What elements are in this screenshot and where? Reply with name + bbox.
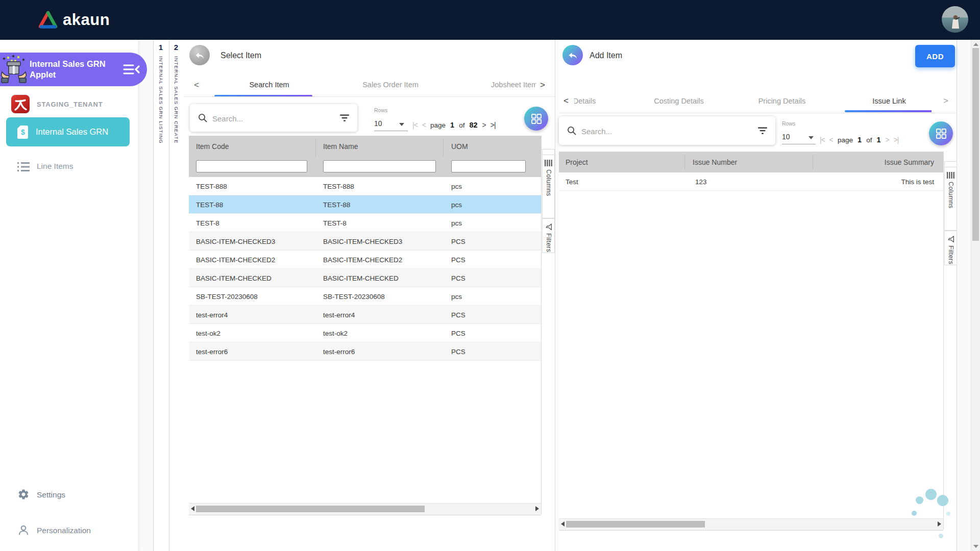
table-row[interactable]: BASIC-ITEM-CHECKEDBASIC-ITEM-CHECKEDPCS	[189, 269, 541, 287]
filters-side-tab[interactable]: Filters	[944, 231, 957, 265]
table-row[interactable]: TEST-8TEST-8pcs	[189, 214, 541, 232]
user-avatar[interactable]	[942, 6, 968, 33]
filter-list-icon[interactable]	[757, 127, 768, 135]
rows-per-page-value[interactable]: 10	[374, 119, 382, 128]
last-page-icon[interactable]: >|	[491, 121, 496, 129]
table-row[interactable]: test-error4test-error4PCS	[189, 306, 541, 324]
table-row[interactable]: BASIC-ITEM-CHECKED3BASIC-ITEM-CHECKED3PC…	[189, 232, 541, 251]
table-row[interactable]: TEST-888TEST-888pcs	[189, 177, 541, 195]
table-row[interactable]: TEST-88TEST-88pcs	[189, 195, 541, 214]
workspace-tab-1[interactable]: 1	[153, 43, 168, 52]
next-page-icon[interactable]: >	[885, 136, 889, 144]
column-header[interactable]: Item Name	[323, 142, 358, 151]
search-icon	[567, 126, 577, 136]
item-table-hscrollbar[interactable]	[189, 503, 541, 515]
scroll-up-icon[interactable]	[973, 43, 978, 46]
cell: TEST-88	[323, 201, 350, 208]
hscroll-thumb[interactable]	[566, 521, 705, 528]
cell: SB-TEST-20230608	[196, 292, 258, 300]
rows-dropdown-caret-icon[interactable]	[808, 136, 814, 139]
next-page-icon[interactable]: >	[482, 121, 486, 129]
columns-icon	[947, 172, 954, 179]
last-page-icon[interactable]: >|	[894, 136, 899, 144]
sidebar-item-settings[interactable]: Settings	[37, 490, 65, 499]
column-header[interactable]: Issue Number	[693, 158, 737, 166]
grid-view-button[interactable]	[524, 107, 548, 131]
top-bar: akaun	[0, 0, 980, 40]
sidebar-item-internal-sales-grn[interactable]: $ Internal Sales GRN	[6, 117, 130, 146]
column-header[interactable]: UOM	[451, 142, 468, 151]
akaun-logo[interactable]: akaun	[38, 9, 110, 31]
add-button[interactable]: ADD	[915, 45, 955, 67]
column-filter-input[interactable]	[196, 160, 307, 172]
tabs-scroll-left-icon[interactable]: <	[194, 80, 199, 90]
columns-side-tab[interactable]: Columns	[542, 155, 555, 218]
search-input[interactable]	[580, 117, 717, 145]
rows-per-page-value[interactable]: 10	[782, 133, 790, 141]
cell: Test	[566, 178, 578, 185]
tabs-scroll-left-icon[interactable]: <	[564, 96, 569, 106]
column-divider[interactable]	[813, 155, 813, 169]
columns-side-tab[interactable]: Columns	[944, 167, 957, 231]
rows-dropdown-caret-icon[interactable]	[399, 123, 404, 126]
workspace-tab-2[interactable]: 2	[168, 43, 184, 52]
tab-details[interactable]: Details	[574, 97, 601, 105]
cell: pcs	[451, 292, 462, 300]
back-button[interactable]	[189, 45, 210, 65]
akaun-triangle-icon	[38, 11, 58, 29]
workspace-tab-2-label[interactable]: INTERNAL SALES GRN CREATE	[168, 56, 184, 144]
first-page-icon[interactable]: |<	[412, 121, 418, 129]
search-input[interactable]	[211, 105, 317, 132]
tab-issue-link[interactable]: Issue Link	[851, 97, 927, 105]
issue-table-hscrollbar[interactable]	[559, 518, 943, 531]
table-row[interactable]: BASIC-ITEM-CHECKED2BASIC-ITEM-CHECKED2PC…	[189, 251, 541, 269]
cell: PCS	[451, 256, 465, 263]
table-row[interactable]: test-error6test-error6PCS	[189, 342, 541, 361]
tab-pricing-details[interactable]: Pricing Details	[744, 97, 820, 105]
cell: TEST-888	[323, 182, 354, 190]
scroll-left-icon[interactable]	[561, 521, 565, 527]
cell: BASIC-ITEM-CHECKED2	[323, 256, 402, 263]
filter-list-icon[interactable]	[339, 114, 350, 122]
tabs-scroll-right-icon[interactable]: >	[943, 96, 948, 106]
applet-header[interactable]: Internal Sales GRN Applet	[0, 53, 147, 86]
tabs-scroll-right-icon[interactable]: >	[540, 80, 545, 90]
prev-page-icon[interactable]: <	[829, 136, 833, 144]
tabbar-divider	[184, 96, 555, 97]
tab-search-item[interactable]: Search Item	[232, 81, 306, 89]
tab-jobsheet-item[interactable]: Jobsheet Item	[491, 81, 536, 89]
column-filter-input[interactable]	[323, 160, 436, 172]
scroll-left-icon[interactable]	[191, 506, 194, 511]
collapse-sidebar-icon[interactable]	[122, 63, 141, 76]
table-row[interactable]: SB-TEST-20230608SB-TEST-20230608pcs	[189, 287, 541, 306]
table-row[interactable]: test-ok2test-ok2PCS	[189, 324, 541, 342]
column-filter-input[interactable]	[451, 160, 526, 172]
page-vertical-scrollbar[interactable]	[971, 40, 980, 551]
column-header[interactable]: Issue Summary	[885, 158, 934, 166]
column-header[interactable]: Item Code	[196, 142, 229, 151]
scroll-down-icon[interactable]	[973, 545, 978, 548]
column-divider[interactable]	[684, 155, 685, 169]
grid-view-button[interactable]	[929, 121, 953, 145]
sidebar-item-label: Internal Sales GRN	[36, 127, 108, 137]
sidebar-item-personalization[interactable]: Personalization	[37, 526, 91, 535]
back-button[interactable]	[562, 45, 583, 65]
tenant-logo-icon[interactable]	[11, 95, 30, 113]
cell: TEST-88	[196, 201, 223, 208]
scroll-right-icon[interactable]	[535, 506, 539, 511]
hscroll-thumb[interactable]	[196, 506, 425, 512]
vscroll-thumb[interactable]	[972, 48, 979, 241]
tab-costing-details[interactable]: Costing Details	[641, 97, 717, 105]
table-row[interactable]: Test123This is test	[559, 172, 943, 191]
tab-sales-order-item[interactable]: Sales Order Item	[347, 81, 434, 89]
cell: test-ok2	[323, 329, 348, 337]
issue-table-header: Project Issue Number Issue Summary	[559, 152, 943, 172]
prev-page-icon[interactable]: <	[422, 121, 426, 129]
scroll-right-icon[interactable]	[938, 521, 941, 527]
filters-side-tab[interactable]: Filters	[542, 218, 555, 253]
first-page-icon[interactable]: |<	[820, 136, 825, 144]
gear-icon	[17, 488, 30, 503]
workspace-tab-1-label[interactable]: INTERNAL SALES GRN LISTING	[153, 56, 168, 144]
column-header[interactable]: Project	[566, 158, 588, 166]
sidebar-item-line-items[interactable]: Line Items	[37, 162, 74, 171]
